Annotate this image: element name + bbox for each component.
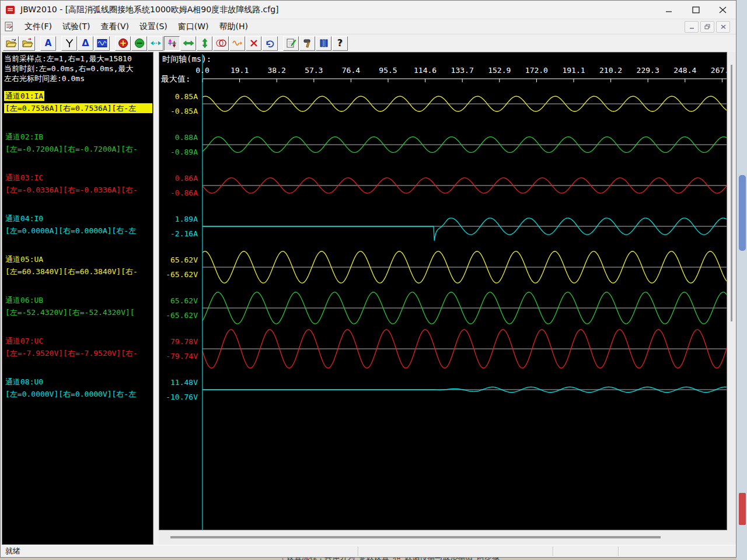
time-tick-label: 248.4 xyxy=(668,66,703,75)
report-edit-button[interactable] xyxy=(283,36,299,51)
cursor-info-line: 当前采样点:左=1,右=1,最大=15810 xyxy=(2,54,152,64)
bar-list-icon xyxy=(318,38,330,48)
channel-info-panel: 当前采样点:左=1,右=1,最大=15810当前时刻:左=0.0ms,右=0.0… xyxy=(2,52,153,545)
menu-test[interactable]: 试验(T) xyxy=(57,20,95,33)
channel-label[interactable]: 通道01:IA xyxy=(4,91,44,101)
time-axis-label: 时间轴(ms): xyxy=(162,54,211,65)
menu-items: 文件(F)试验(T)查看(V)设置(S)窗口(W)帮助(H) xyxy=(19,20,253,33)
time-tick-label: 191.1 xyxy=(556,66,591,75)
delta-connection-button[interactable]: Δ xyxy=(78,36,93,51)
circle-minus-icon xyxy=(134,38,145,48)
time-tick-label: 229.3 xyxy=(630,66,665,75)
channel-row-u0[interactable]: 通道08:U0[左=0.0000V][右=0.0000V][右-左 xyxy=(4,377,152,399)
background-window-text: ：设置流程，具体分为“参数设置”和“数据传输与波形输出”两步骤 xyxy=(279,558,500,560)
open-file-button[interactable] xyxy=(3,36,19,51)
plot-area: 时间轴(ms): 最大值: 0.019.138.257.376.495.5114… xyxy=(159,52,727,530)
circle-plus-icon xyxy=(117,38,129,48)
menu-view[interactable]: 查看(V) xyxy=(95,20,134,33)
channel-label[interactable]: 通道07:UC xyxy=(4,336,44,346)
toolbar: AΔ? xyxy=(1,34,736,52)
delete-button[interactable] xyxy=(246,36,261,51)
import-file-button[interactable] xyxy=(19,36,35,51)
status-text: 就绪 xyxy=(1,546,20,556)
cursor-info-line: 当前时刻:左=0.0ms,右=0.0ms,最大 xyxy=(2,64,152,74)
channel-max-label-uc: 79.78V xyxy=(159,337,198,346)
channel-max-label-ia: 0.85A xyxy=(159,92,198,101)
wye-icon xyxy=(64,38,75,48)
compress-time-button[interactable] xyxy=(148,36,163,51)
mdi-minimize-button[interactable] xyxy=(685,21,699,33)
channel-row-ub[interactable]: 通道06:UB[左=-52.4320V][右=-52.4320V][ xyxy=(4,295,152,317)
maximize-button[interactable] xyxy=(682,1,709,19)
background-window-strip: ：设置流程，具体分为“参数设置”和“数据传输与波形输出”两步骤 xyxy=(0,558,736,560)
time-tick-label: 267.5 xyxy=(704,66,727,75)
channel-row-uc[interactable]: 通道07:UC[左=-7.9520V][右=-7.9520V][右- xyxy=(4,336,152,358)
vertical-scrollbar[interactable] xyxy=(727,52,736,530)
folder-import-icon xyxy=(22,38,33,48)
waveform-canvas[interactable] xyxy=(159,52,727,530)
mdi-window-controls xyxy=(685,21,730,33)
time-tick-label: 0.0 xyxy=(185,66,220,75)
zoom-in-button[interactable] xyxy=(115,36,131,51)
close-button[interactable] xyxy=(709,1,736,19)
status-separator xyxy=(618,547,619,556)
channel-cursor-values: [左=0.7536A][右=0.7536A][右-左 xyxy=(4,103,152,113)
title-bar: JBW2010 - [高阻消弧线圈接地系统1000欧姆A相90度非故障线路.cf… xyxy=(1,1,736,19)
max-value-label: 最大值: xyxy=(161,74,190,85)
status-separator xyxy=(358,547,359,556)
expand-vertical-button[interactable] xyxy=(197,36,212,51)
channel-row-i0[interactable]: 通道04:I0[左=0.0000A][右=0.0000A][右-左 xyxy=(4,214,152,236)
undo-button[interactable] xyxy=(262,36,278,51)
channel-label[interactable]: 通道08:U0 xyxy=(4,377,44,387)
cursor-tool-button[interactable] xyxy=(164,36,180,51)
mdi-restore-button[interactable] xyxy=(700,21,714,33)
menu-file[interactable]: 文件(F) xyxy=(19,20,57,33)
zoom-out-button[interactable] xyxy=(131,36,147,51)
horizontal-scrollbar[interactable] xyxy=(159,530,736,545)
channel-min-label-i0: -2.16A xyxy=(159,229,198,238)
time-tick-label: 114.6 xyxy=(408,66,443,75)
channel-row-ib[interactable]: 通道02:IB[左=-0.7200A][右=-0.7200A][右- xyxy=(4,132,152,154)
tools-button[interactable] xyxy=(299,36,315,51)
phasor-analysis-button[interactable]: A xyxy=(40,36,56,51)
wye-connection-button[interactable] xyxy=(61,36,77,51)
minimize-button[interactable] xyxy=(655,1,682,19)
overlay-waves-button[interactable] xyxy=(213,36,229,51)
menu-settings[interactable]: 设置(S) xyxy=(134,20,173,33)
data-list-button[interactable] xyxy=(316,36,331,51)
expand-horizontal-button[interactable] xyxy=(180,36,196,51)
horizontal-scrollbar-thumb[interactable] xyxy=(170,536,661,538)
panel-splitter[interactable] xyxy=(153,52,159,545)
channel-cursor-values: [左=0.0000A][右=0.0000A][右-左 xyxy=(4,226,152,236)
time-tick-label: 76.4 xyxy=(333,66,368,75)
waveform-view-button[interactable] xyxy=(94,36,110,51)
channel-label[interactable]: 通道04:I0 xyxy=(4,214,44,223)
menu-window[interactable]: 窗口(W) xyxy=(173,20,214,33)
channel-min-label-ia: -0.85A xyxy=(159,107,198,116)
channel-min-label-ua: -65.62V xyxy=(159,270,198,279)
help-button[interactable]: ? xyxy=(332,36,348,51)
channel-row-ua[interactable]: 通道05:UA[左=60.3840V][右=60.3840V][右- xyxy=(4,254,152,276)
mdi-restore-icon xyxy=(704,24,710,29)
waveform-box-icon xyxy=(96,38,108,48)
status-bar: 就绪 xyxy=(1,545,736,557)
menu-help[interactable]: 帮助(H) xyxy=(214,20,253,33)
time-tick-label: 152.9 xyxy=(482,66,517,75)
channel-label[interactable]: 通道06:UB xyxy=(4,295,44,305)
channel-cursor-values: [左=0.0000V][右=0.0000V][右-左 xyxy=(4,389,152,399)
channel-label[interactable]: 通道05:UA xyxy=(4,254,44,264)
window-title: JBW2010 - [高阻消弧线圈接地系统1000欧姆A相90度非故障线路.cf… xyxy=(20,5,279,15)
channel-label[interactable]: 通道03:IC xyxy=(4,173,44,183)
channel-min-label-ib: -0.89A xyxy=(159,148,198,156)
channel-min-label-ub: -65.62V xyxy=(159,311,198,320)
vertical-scrollbar-thumb[interactable] xyxy=(731,65,732,321)
desktop-item-blue xyxy=(739,175,746,251)
single-wave-button[interactable] xyxy=(229,36,245,51)
channel-row-ia[interactable]: 通道01:IA[左=0.7536A][右=0.7536A][右-左 xyxy=(4,91,152,113)
channel-cursor-values: [左=-0.7200A][右=-0.7200A][右- xyxy=(4,144,152,154)
mdi-close-icon xyxy=(721,24,726,29)
mdi-close-button[interactable] xyxy=(716,21,730,33)
channel-row-ic[interactable]: 通道03:IC[左=-0.0336A][右=-0.0336A][右- xyxy=(4,173,152,195)
channel-label[interactable]: 通道02:IB xyxy=(4,132,44,142)
menu-bar: 文件(F)试验(T)查看(V)设置(S)窗口(W)帮助(H) xyxy=(1,19,736,34)
